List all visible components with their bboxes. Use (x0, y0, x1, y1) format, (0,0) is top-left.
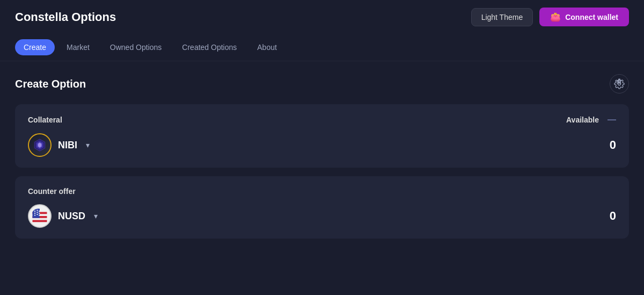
svg-point-14 (39, 213, 40, 214)
counter-offer-card-header: Counter offer (28, 187, 616, 196)
counter-offer-card-body: NUSD ▾ 0 (28, 204, 616, 228)
connect-wallet-button[interactable]: 👛 Connect wallet (539, 8, 629, 26)
svg-point-15 (34, 214, 35, 215)
collateral-value: 0 (610, 138, 616, 152)
nusd-token-selector[interactable]: NUSD ▾ (28, 204, 98, 228)
header-actions: Light Theme 👛 Connect wallet (471, 8, 629, 26)
nibi-token-icon (28, 133, 52, 157)
nibi-token-name: NIBI (58, 140, 77, 151)
gear-icon (614, 78, 625, 89)
page-title: Create Option (15, 78, 86, 90)
settings-button[interactable] (610, 74, 629, 93)
app-title: Constella Options (15, 10, 116, 24)
nav-item-about[interactable]: About (248, 39, 286, 55)
available-label: Available (566, 116, 599, 124)
nibi-logo (32, 138, 47, 153)
light-theme-button[interactable]: Light Theme (471, 8, 533, 26)
svg-point-13 (36, 212, 38, 213)
header: Constella Options Light Theme 👛 Connect … (0, 0, 644, 34)
wallet-icon: 👛 (550, 12, 561, 22)
nav-item-created-options[interactable]: Created Options (173, 39, 245, 55)
nav-item-owned-options[interactable]: Owned Options (101, 39, 171, 55)
navigation: Create Market Owned Options Created Opti… (0, 34, 644, 61)
nusd-token-icon (28, 204, 52, 228)
svg-point-17 (39, 214, 40, 215)
svg-point-9 (34, 211, 35, 212)
counter-offer-value: 0 (610, 209, 616, 223)
collateral-card-right: Available — (566, 115, 616, 125)
nusd-token-name: NUSD (58, 211, 85, 222)
collateral-card-header: Collateral Available — (28, 115, 616, 125)
svg-rect-8 (33, 220, 47, 222)
collateral-card: Collateral Available — NIBI ▾ 0 (15, 104, 629, 168)
counter-offer-label: Counter offer (28, 187, 76, 196)
svg-point-10 (36, 210, 38, 211)
nibi-chevron-icon: ▾ (86, 141, 90, 149)
minus-icon: — (608, 115, 616, 125)
page-header: Create Option (15, 74, 629, 93)
counter-offer-card: Counter offer (15, 176, 629, 239)
collateral-label: Collateral (28, 116, 62, 124)
nusd-chevron-icon: ▾ (94, 212, 98, 220)
collateral-card-body: NIBI ▾ 0 (28, 133, 616, 157)
connect-wallet-label: Connect wallet (565, 13, 618, 21)
nav-item-market[interactable]: Market (58, 39, 98, 55)
nusd-logo (32, 208, 48, 224)
nibi-token-selector[interactable]: NIBI ▾ (28, 133, 90, 157)
svg-point-12 (34, 213, 35, 214)
nav-item-create[interactable]: Create (15, 39, 55, 55)
main-content: Create Option Collateral Available — (0, 61, 644, 260)
svg-point-16 (36, 214, 38, 215)
svg-point-11 (39, 211, 40, 212)
